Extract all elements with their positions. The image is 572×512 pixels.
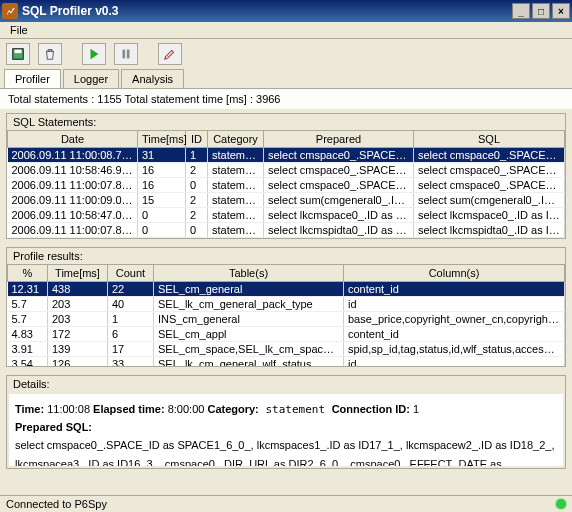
table-row[interactable]: 2006.09.11 11:00:09.010152statementselec…	[8, 193, 565, 208]
details-body[interactable]: Time: 11:00:08 Elapsed time: 8:00:00 Cat…	[9, 394, 563, 466]
table-row[interactable]: 2006.09.11 11:00:08.776311statementselec…	[8, 148, 565, 163]
table-cell: 22	[108, 282, 154, 297]
table-cell: spid,sp_id,tag,status,id,wlf_status,acce…	[344, 342, 565, 357]
prepared-sql: select cmspace0_.SPACE_ID as SPACE1_6_0_…	[15, 439, 554, 466]
profile-panel-title: Profile results:	[7, 248, 565, 264]
toolbar	[0, 39, 572, 69]
table-cell: statement	[208, 178, 264, 193]
column-header[interactable]: Table(s)	[154, 265, 344, 282]
save-button[interactable]	[6, 43, 30, 65]
table-row[interactable]: 2006.09.11 10:58:46.948162statementselec…	[8, 163, 565, 178]
table-row[interactable]: 12.3143822SEL_cm_generalcontent_id	[8, 282, 565, 297]
tab-analysis[interactable]: Analysis	[121, 69, 184, 88]
table-cell: 0	[186, 178, 208, 193]
table-row[interactable]: 4.831726SEL_cm_applcontent_id	[8, 327, 565, 342]
maximize-button[interactable]: □	[532, 3, 550, 19]
column-header[interactable]: %	[8, 265, 48, 282]
tab-logger[interactable]: Logger	[63, 69, 119, 88]
table-cell: SEL_cm_appl	[154, 327, 344, 342]
table-row[interactable]: 5.720340SEL_lk_cm_general_pack_typeid	[8, 297, 565, 312]
table-cell: SEL_lk_cm_general_wlf_status	[154, 357, 344, 367]
svg-rect-2	[123, 50, 126, 59]
table-cell: 0	[138, 223, 186, 238]
table-cell: statement	[208, 193, 264, 208]
column-header[interactable]: SQL	[414, 131, 565, 148]
column-header[interactable]: Time[ms]	[48, 265, 108, 282]
tab-profiler[interactable]: Profiler	[4, 69, 61, 88]
connid-label: Connection ID:	[332, 403, 410, 415]
table-cell: statement	[208, 238, 264, 239]
table-cell: statement	[208, 208, 264, 223]
table-cell: SEL_cm_space,SEL_lk_cm_space_statu...	[154, 342, 344, 357]
table-cell: 2006.09.11 11:00:07.823	[8, 223, 138, 238]
table-cell: SEL_lk_cm_general_pack_type	[154, 297, 344, 312]
table-cell: select lkcmspidta0_.ID as ID20_0...	[264, 223, 414, 238]
table-row[interactable]: 2006.09.11 11:00:08.79101statementselect…	[8, 238, 565, 239]
table-cell: 31	[138, 148, 186, 163]
tab-bar: Profiler Logger Analysis	[0, 69, 572, 88]
category-value: statement	[259, 403, 332, 416]
table-cell: 2006.09.11 11:00:09.010	[8, 193, 138, 208]
sql-table[interactable]: DateTime[ms]IDCategoryPreparedSQL 2006.0…	[7, 130, 565, 238]
category-label: Category:	[207, 403, 258, 415]
table-cell: 3.54	[8, 357, 48, 367]
table-cell: 15	[138, 193, 186, 208]
table-cell: select lkcmspace0_.ID as ID17_0_, l...	[414, 208, 565, 223]
table-cell: 2006.09.11 11:00:07.807	[8, 178, 138, 193]
profile-table[interactable]: %Time[ms]CountTable(s)Column(s) 12.31438…	[7, 264, 565, 366]
details-title: Details:	[7, 376, 565, 392]
table-cell: select lkcmspidta0_.ID as ID20_0_, li...	[414, 223, 565, 238]
table-cell: content_id	[344, 282, 565, 297]
table-row[interactable]: 3.5412633SEL_lk_cm_general_wlf_statusid	[8, 357, 565, 367]
close-button[interactable]: ×	[552, 3, 570, 19]
column-header[interactable]: Column(s)	[344, 265, 565, 282]
table-cell: base_price,copyright_owner_cn,copyright_…	[344, 312, 565, 327]
table-cell: select cmspace0_.SPACE_ID as SP...	[264, 178, 414, 193]
edit-button[interactable]	[158, 43, 182, 65]
table-row[interactable]: 5.72031INS_cm_generalbase_price,copyrigh…	[8, 312, 565, 327]
table-cell: 2	[186, 208, 208, 223]
table-cell: 2006.09.11 10:58:47.073	[8, 208, 138, 223]
menu-file[interactable]: File	[4, 22, 34, 38]
pause-button[interactable]	[114, 43, 138, 65]
column-header[interactable]: Category	[208, 131, 264, 148]
table-row[interactable]: 2006.09.11 10:58:47.07302statementselect…	[8, 208, 565, 223]
table-cell: statement	[208, 163, 264, 178]
column-header[interactable]: ID	[186, 131, 208, 148]
table-cell: 0	[138, 238, 186, 239]
table-cell: 6	[108, 327, 154, 342]
table-cell: 203	[48, 297, 108, 312]
delete-button[interactable]	[38, 43, 62, 65]
sql-table-scroll[interactable]: DateTime[ms]IDCategoryPreparedSQL 2006.0…	[7, 130, 565, 238]
table-cell: 3.91	[8, 342, 48, 357]
table-row[interactable]: 2006.09.11 11:00:07.807160statementselec…	[8, 178, 565, 193]
profile-table-scroll[interactable]: %Time[ms]CountTable(s)Column(s) 12.31438…	[7, 264, 565, 366]
table-cell: 40	[108, 297, 154, 312]
table-cell: 17	[108, 342, 154, 357]
table-cell: 139	[48, 342, 108, 357]
table-row[interactable]: 2006.09.11 11:00:07.82300statementselect…	[8, 223, 565, 238]
table-cell: 12.31	[8, 282, 48, 297]
table-cell: SEL_cm_general	[154, 282, 344, 297]
table-cell: 1	[186, 238, 208, 239]
table-cell: select lkcmspidta0_.ID as ID20_0...	[264, 238, 414, 239]
time-label: Time:	[15, 403, 44, 415]
stats-line: Total statements : 1155 Total statement …	[0, 88, 572, 109]
column-header[interactable]: Time[ms]	[138, 131, 186, 148]
column-header[interactable]: Date	[8, 131, 138, 148]
statusbar: Connected to P6Spy	[0, 495, 572, 512]
app-icon	[2, 3, 18, 19]
table-cell: statement	[208, 148, 264, 163]
play-button[interactable]	[82, 43, 106, 65]
table-cell: 33	[108, 357, 154, 367]
time-value: 11:00:08	[44, 403, 93, 415]
table-cell: select lkcmspace0_.ID as ID17_0...	[264, 208, 414, 223]
table-cell: 16	[138, 178, 186, 193]
column-header[interactable]: Count	[108, 265, 154, 282]
table-cell: 2006.09.11 11:00:08.791	[8, 238, 138, 239]
minimize-button[interactable]: _	[512, 3, 530, 19]
column-header[interactable]: Prepared	[264, 131, 414, 148]
table-cell: select cmspace0_.SPACE_ID as SPAC...	[414, 163, 565, 178]
table-row[interactable]: 3.9113917SEL_cm_space,SEL_lk_cm_space_st…	[8, 342, 565, 357]
status-text: Connected to P6Spy	[6, 498, 107, 510]
